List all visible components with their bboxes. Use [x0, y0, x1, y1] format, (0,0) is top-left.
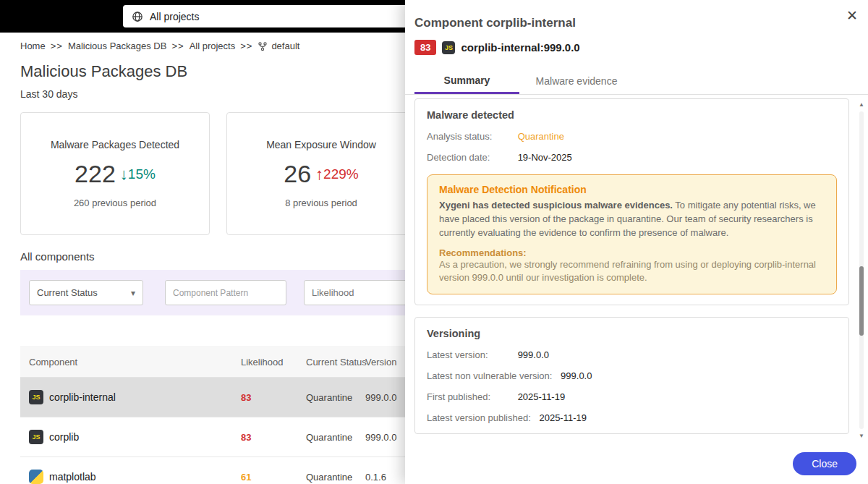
- stat-previous: 8 previous period: [285, 198, 357, 208]
- likelihood-value: 83: [241, 392, 251, 403]
- header-component: Component: [29, 356, 77, 367]
- latest-version-published-field: Latest version published: 2025-11-19: [427, 412, 837, 423]
- javascript-icon: JS: [29, 390, 43, 404]
- breadcrumb-default[interactable]: default: [271, 41, 299, 51]
- header-version: Version: [365, 356, 396, 367]
- header-current-status: Current Status: [306, 356, 367, 367]
- analysis-status-value: Quarantine: [518, 131, 564, 142]
- page-subtitle: Last 30 days: [20, 88, 77, 100]
- detection-date-label: Detection date:: [427, 152, 509, 163]
- component-detail-drawer: ✕ Component corplib-internal 83 JS corpl…: [405, 0, 868, 484]
- stat-label: Mean Exposure Window: [266, 139, 376, 150]
- stat-delta-pct: 15%: [128, 166, 156, 182]
- current-status-filter-label: Current Status: [37, 287, 98, 298]
- latest-version-published-value: 2025-11-19: [539, 412, 587, 423]
- tab-summary[interactable]: Summary: [414, 68, 519, 94]
- stat-delta-pct: 229%: [323, 166, 359, 182]
- latest-non-vulnerable-version-label: Latest non vulnerable version:: [427, 370, 552, 381]
- latest-version-published-label: Latest version published:: [427, 412, 531, 423]
- close-button[interactable]: Close: [793, 452, 856, 475]
- recommendations-title: Recommendations:: [439, 247, 825, 258]
- javascript-icon: JS: [29, 430, 43, 444]
- stat-previous: 260 previous period: [74, 198, 156, 208]
- status-value: Quarantine: [306, 432, 352, 443]
- likelihood-value: 83: [241, 432, 251, 443]
- alert-body: Xygeni has detected suspicious malware e…: [439, 199, 825, 240]
- tab-malware-evidence[interactable]: Malware evidence: [519, 68, 634, 94]
- breadcrumb-home[interactable]: Home: [20, 41, 46, 51]
- likelihood-score-badge: 83: [414, 40, 436, 55]
- breadcrumb: Home >> Malicious Packages DB >> All pro…: [20, 41, 299, 51]
- alert-body-bold: Xygeni has detected suspicious malware e…: [439, 200, 673, 211]
- component-score-row: 83 JS corplib-internal:999.0.0: [414, 40, 580, 55]
- latest-version-label: Latest version:: [427, 349, 509, 360]
- javascript-icon: JS: [442, 41, 455, 54]
- drawer-scroll-area: Malware detected Analysis status: Quaran…: [414, 98, 849, 444]
- stat-card-malware-packages-detected: Malware Packages Detected 222 ↓ 15% 260 …: [20, 112, 210, 235]
- breadcrumb-separator: >>: [240, 41, 252, 51]
- malware-detected-title: Malware detected: [427, 109, 837, 121]
- latest-non-vulnerable-version-field: Latest non vulnerable version: 999.0.0: [427, 370, 837, 381]
- stat-value-row: 26 ↑ 229%: [284, 160, 358, 188]
- versioning-title: Versioning: [427, 328, 837, 339]
- breadcrumb-malicious-packages-db[interactable]: Malicious Packages DB: [68, 41, 167, 51]
- project-selector[interactable]: All projects: [123, 5, 412, 27]
- stat-value-row: 222 ↓ 15%: [75, 160, 156, 188]
- version-value: 0.1.6: [365, 472, 386, 483]
- close-icon[interactable]: ✕: [846, 9, 858, 22]
- current-status-filter[interactable]: Current Status ▾: [29, 280, 143, 305]
- first-published-field: First published: 2025-11-19: [427, 391, 837, 402]
- component-pattern-input[interactable]: [165, 280, 286, 305]
- tabs-divider: [405, 94, 868, 95]
- breadcrumb-separator: >>: [171, 41, 184, 51]
- status-value: Quarantine: [306, 472, 352, 483]
- stat-label: Malware Packages Detected: [51, 139, 179, 150]
- python-icon: [29, 470, 43, 484]
- project-selector-label: All projects: [150, 11, 199, 22]
- versioning-section: Versioning Latest version: 999.0.0 Lates…: [414, 317, 849, 434]
- malware-detected-section: Malware detected Analysis status: Quaran…: [414, 98, 849, 305]
- component-name: matplotlab: [49, 471, 96, 483]
- alert-title: Malware Detection Notification: [439, 184, 825, 195]
- page-title: Malicious Packages DB: [20, 62, 187, 81]
- analysis-status-field: Analysis status: Quarantine: [427, 131, 837, 142]
- status-value: Quarantine: [306, 392, 352, 403]
- branch-icon: [258, 41, 268, 51]
- header-likelihood: Likelihood: [241, 356, 284, 367]
- likelihood-value: 61: [241, 472, 251, 483]
- detection-date-value: 19-Nov-2025: [518, 152, 572, 163]
- chevron-down-icon: ▾: [131, 288, 135, 298]
- stat-delta: ↑ 229%: [315, 165, 359, 184]
- malware-detection-notification: Malware Detection Notification Xygeni ha…: [427, 174, 837, 294]
- version-value: 999.0.0: [365, 392, 396, 403]
- breadcrumb-separator: >>: [51, 41, 63, 51]
- stat-cards: Malware Packages Detected 222 ↓ 15% 260 …: [20, 112, 416, 235]
- stat-card-mean-exposure-window: Mean Exposure Window 26 ↑ 229% 8 previou…: [226, 112, 416, 235]
- app-root: All projects Home >> Malicious Packages …: [0, 0, 868, 484]
- trend-down-icon: ↓: [120, 165, 128, 184]
- first-published-label: First published:: [427, 391, 509, 402]
- recommendations-text: As a precaution, we strongly recommend r…: [439, 258, 825, 286]
- latest-version-field: Latest version: 999.0.0: [427, 349, 837, 360]
- detection-date-field: Detection date: 19-Nov-2025: [427, 152, 837, 163]
- latest-version-value: 999.0.0: [518, 349, 549, 360]
- globe-icon: [132, 11, 143, 22]
- breadcrumb-all-projects[interactable]: All projects: [190, 41, 236, 51]
- stat-value: 26: [284, 160, 311, 188]
- drawer-tabs: Summary Malware evidence: [414, 68, 634, 94]
- scrollbar-thumb[interactable]: [859, 266, 864, 336]
- component-name: corplib-internal: [49, 391, 116, 403]
- scroll-up-icon[interactable]: ▲: [857, 101, 866, 108]
- stat-delta: ↓ 15%: [120, 165, 156, 184]
- drawer-scrollbar: ▲ ▼: [857, 101, 866, 439]
- scroll-down-icon[interactable]: ▼: [857, 433, 866, 439]
- latest-non-vulnerable-version-value: 999.0.0: [561, 370, 592, 381]
- analysis-status-label: Analysis status:: [427, 131, 509, 142]
- stat-value: 222: [75, 160, 116, 188]
- version-value: 999.0.0: [365, 432, 396, 443]
- component-name: corplib: [49, 431, 79, 443]
- all-components-title: All components: [20, 250, 95, 263]
- drawer-title: Component corplib-internal: [414, 16, 576, 30]
- trend-up-icon: ↑: [315, 165, 323, 184]
- component-id: corplib-internal:999.0.0: [461, 41, 579, 54]
